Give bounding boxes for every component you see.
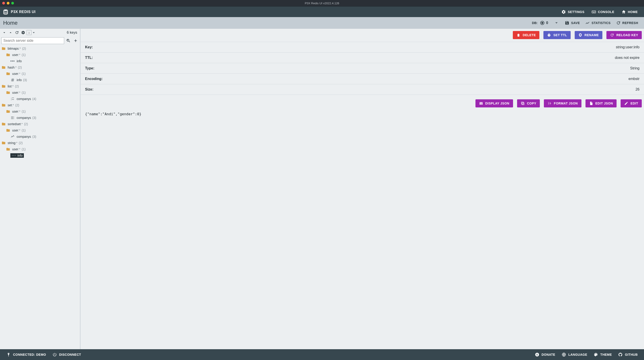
collapse-all-button[interactable]	[8, 30, 14, 35]
tree-folder[interactable]: bitmaps:*(2)	[0, 45, 80, 52]
copy-button[interactable]: COPY	[517, 99, 540, 107]
key-action-row: DELETE SET TTL RENAME RELOAD KEY	[80, 29, 644, 42]
svg-rect-12	[11, 118, 14, 118]
plug-icon	[6, 352, 11, 357]
tree-leaf[interactable]: 12companys(4)	[0, 96, 80, 102]
info-row: Type:String	[80, 63, 644, 73]
list-icon: 12	[10, 97, 15, 101]
folder-icon	[1, 103, 6, 107]
connected-status[interactable]: CONNECTED: DEMO	[3, 349, 49, 360]
delete-button[interactable]: DELETE	[513, 31, 539, 39]
db-value: 0	[546, 21, 548, 25]
tree-folder[interactable]: sortedset:*(2)	[0, 121, 80, 127]
add-key-button[interactable]	[73, 38, 78, 44]
format-json-label: FORMAT JSON	[554, 102, 578, 105]
svg-rect-3	[593, 11, 594, 12]
tree-node-count: (1)	[22, 110, 26, 113]
chevron-up-icon	[8, 30, 12, 35]
tree-folder[interactable]: list:*(2)	[0, 83, 80, 89]
statistics-button[interactable]: STATISTICS	[582, 17, 614, 29]
fingerprint-icon	[578, 33, 582, 37]
save-button[interactable]: SAVE	[562, 17, 582, 29]
svg-rect-1	[592, 11, 596, 13]
main-area: : 6 keys bitmaps:*(2)user:*(1)•••infohas…	[0, 29, 644, 349]
expand-all-button[interactable]	[1, 30, 7, 35]
folder-icon	[6, 72, 10, 76]
donate-button[interactable]: $ DONATE	[532, 349, 558, 360]
disconnect-button[interactable]: DISCONNECT	[49, 349, 84, 360]
tree-folder[interactable]: user:*(1)	[0, 71, 80, 77]
tree-leaf[interactable]: •••info	[0, 58, 80, 64]
tree-node-suffix: :*	[21, 122, 23, 126]
tree-leaf[interactable]: companys(3)	[0, 115, 80, 121]
svg-rect-4	[594, 11, 594, 12]
format-icon	[548, 101, 552, 105]
donate-label: DONATE	[542, 353, 555, 357]
display-json-button[interactable]: DISPLAY JSON	[476, 99, 513, 107]
info-key: Size:	[85, 87, 94, 91]
info-row: Size:26	[80, 84, 644, 95]
format-json-button[interactable]: FORMAT JSON	[544, 99, 581, 107]
reload-tree-button[interactable]	[14, 30, 20, 35]
language-button[interactable]: LANGUAGE	[558, 349, 590, 360]
language-label: LANGUAGE	[568, 353, 587, 357]
chevron-down-icon	[2, 30, 6, 35]
window-minimize-icon[interactable]	[7, 2, 10, 4]
window-title: P3X Redis UI v2022.4.126	[0, 1, 644, 5]
tree-folder[interactable]: user:*(1)	[0, 108, 80, 115]
statistics-label: STATISTICS	[592, 21, 611, 25]
edit-json-button[interactable]: EDIT JSON	[586, 99, 616, 107]
search-button[interactable]	[66, 38, 71, 44]
tree-node-suffix: :*	[18, 110, 20, 113]
donate-icon: $	[535, 352, 539, 357]
tree-node-count: (2)	[18, 66, 22, 69]
github-button[interactable]: GITHUB	[615, 349, 641, 360]
folder-icon	[6, 147, 10, 151]
tree-node-label: string	[8, 141, 15, 145]
tree-node-suffix: :*	[18, 91, 20, 94]
value-action-row: DISPLAY JSON COPY FORMAT JSON EDIT JSON …	[80, 95, 644, 110]
tree-node-label: user	[12, 91, 18, 94]
theme-button[interactable]: THEME	[590, 349, 615, 360]
svg-text:2: 2	[11, 99, 12, 100]
db-select[interactable]: 0	[540, 21, 558, 25]
console-button[interactable]: CONSOLE	[588, 6, 618, 17]
tree-folder[interactable]: string:*(2)	[0, 140, 80, 146]
window-maximize-icon[interactable]	[11, 2, 14, 4]
document-icon	[589, 101, 593, 105]
chevron-down-icon[interactable]	[33, 32, 35, 33]
tree-folder[interactable]: user:*(1)	[0, 89, 80, 96]
tree-folder[interactable]: set:*(2)	[0, 102, 80, 108]
tree-leaf[interactable]: info(3)	[0, 77, 80, 83]
rename-button[interactable]: RENAME	[575, 31, 602, 39]
tree-node-label: bitmaps	[8, 47, 19, 50]
tree-node-label: info	[17, 59, 22, 63]
settings-button[interactable]: SETTINGS	[558, 6, 588, 17]
tree-settings-button[interactable]	[20, 30, 26, 35]
tree-node-suffix: :*	[14, 66, 16, 69]
refresh-button[interactable]: REFRESH	[614, 17, 641, 29]
tree-leaf[interactable]: companys(3)	[0, 134, 80, 140]
reload-key-button[interactable]: RELOAD KEY	[606, 31, 642, 39]
refresh-label: REFRESH	[622, 21, 638, 25]
tree-leaf[interactable]: •••info	[0, 152, 80, 159]
tree-folder[interactable]: user:*(1)	[0, 146, 80, 152]
traffic-lights	[0, 2, 14, 4]
svg-rect-18	[548, 33, 550, 34]
keyboard-icon	[592, 10, 596, 14]
search-input[interactable]	[1, 37, 64, 44]
window-close-icon[interactable]	[2, 2, 5, 4]
tree-folder[interactable]: user:*(1)	[0, 52, 80, 58]
tree-node-label: user	[12, 147, 18, 151]
separator-input[interactable]: :	[26, 30, 32, 35]
app-brand[interactable]: P3X REDIS UI	[3, 9, 36, 15]
tree-folder[interactable]: hash:*(2)	[0, 64, 80, 71]
set-ttl-button[interactable]: SET TTL	[544, 31, 570, 39]
tree-folder[interactable]: user:*(1)	[0, 127, 80, 134]
sub-toolbar: Home DB: 0 SAVE STATISTICS REFRESH	[0, 17, 644, 29]
tree-node-suffix: :*	[18, 72, 20, 75]
theme-label: THEME	[600, 353, 612, 357]
tree-node-suffix: :*	[12, 103, 14, 107]
home-button[interactable]: HOME	[618, 6, 641, 17]
edit-button[interactable]: EDIT	[620, 99, 642, 107]
